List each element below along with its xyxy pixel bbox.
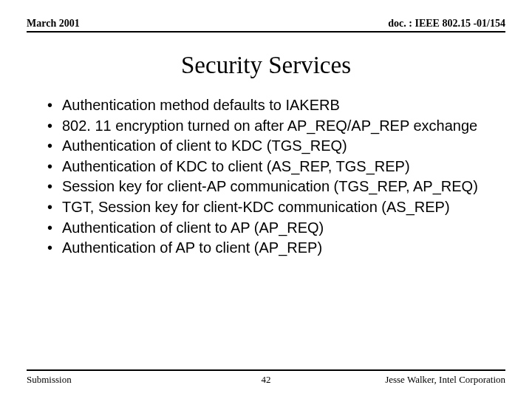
slide-content: Authentication method defaults to IAKERB… — [44, 96, 495, 259]
list-item: Authentication of KDC to client (AS_REP,… — [44, 157, 495, 177]
slide-footer: Submission 42 Jesse Walker, Intel Corpor… — [27, 374, 505, 386]
list-item: TGT, Session key for client-KDC communic… — [44, 198, 495, 217]
slide-title: Security Services — [0, 52, 532, 79]
slide: March 2001 doc. : IEEE 802.15 -01/154 Se… — [0, 0, 532, 399]
list-item: Authentication method defaults to IAKERB — [44, 96, 495, 115]
list-item: 802. 11 encryption turned on after AP_RE… — [44, 117, 495, 136]
list-item: Session key for client-AP communication … — [44, 177, 495, 197]
header-doc-id: doc. : IEEE 802.15 -01/154 — [388, 18, 505, 30]
footer-author: Jesse Walker, Intel Corporation — [385, 374, 505, 386]
slide-header: March 2001 doc. : IEEE 802.15 -01/154 — [27, 18, 505, 33]
list-item: Authentication of client to KDC (TGS_REQ… — [44, 137, 495, 156]
header-date: March 2001 — [27, 18, 80, 30]
list-item: Authentication of client to AP (AP_REQ) — [44, 219, 495, 238]
footer-divider — [27, 369, 505, 371]
bullet-list: Authentication method defaults to IAKERB… — [44, 96, 495, 258]
footer-left: Submission — [27, 374, 72, 386]
list-item: Authentication of AP to client (AP_REP) — [44, 239, 495, 258]
